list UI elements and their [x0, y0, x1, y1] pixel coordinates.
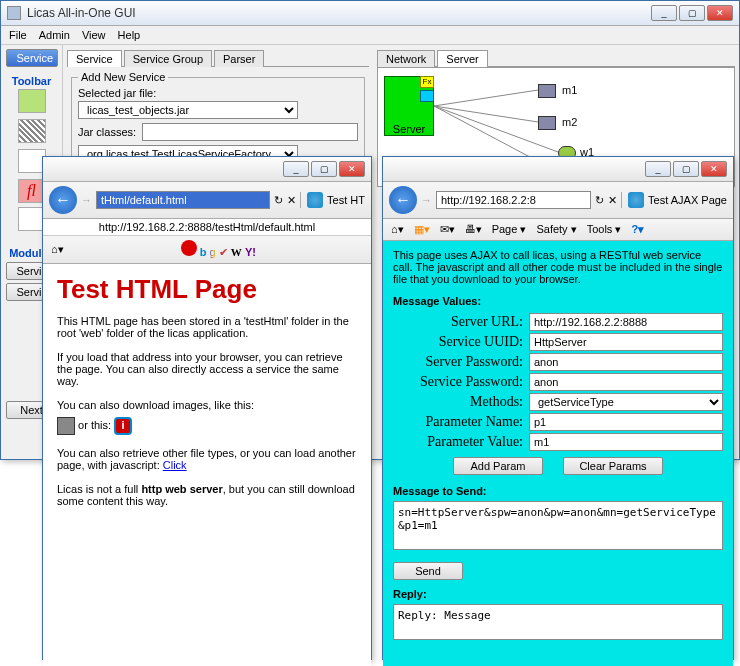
ie-logo-icon — [307, 192, 323, 208]
reply-heading: Reply: — [393, 588, 723, 600]
param-name-input[interactable] — [529, 413, 723, 431]
help-icon[interactable]: ?▾ — [631, 223, 644, 236]
toolbar-icon-1[interactable] — [18, 89, 46, 113]
paragraph-3: You can also download images, like this: — [57, 399, 357, 411]
server-url-label: Server URL: — [393, 314, 523, 330]
reply-textarea[interactable]: Reply: Message — [393, 604, 723, 640]
tab-server[interactable]: Server — [437, 50, 487, 67]
stop-icon[interactable]: ✕ — [287, 194, 296, 207]
tab-parser[interactable]: Parser — [214, 50, 264, 67]
methods-label: Methods: — [393, 394, 523, 410]
ajax-intro: This page uses AJAX to call licas, using… — [393, 249, 723, 285]
jar-file-select[interactable]: licas_test_objects.jar — [78, 101, 298, 119]
left-url-input[interactable] — [96, 191, 270, 209]
left-full-url: http://192.168.2.2:8888/testHtml/default… — [43, 219, 371, 236]
message-values-heading: Message Values: — [393, 295, 723, 307]
right-maximize-button[interactable]: ▢ — [673, 161, 699, 177]
paragraph-2: If you load that address into your brows… — [57, 351, 357, 387]
sub-node[interactable] — [420, 90, 434, 102]
menu-admin[interactable]: Admin — [39, 29, 70, 41]
left-browser-window: _ ▢ ✕ ← → ↻ ✕ Test HT http://192.168.2.2… — [42, 156, 372, 660]
paragraph-1: This HTML page has been stored in a 'tes… — [57, 315, 357, 339]
right-close-button[interactable]: ✕ — [701, 161, 727, 177]
menu-help[interactable]: Help — [118, 29, 141, 41]
forward-button[interactable]: → — [81, 194, 92, 206]
right-forward-button[interactable]: → — [421, 194, 432, 206]
tools-menu[interactable]: Tools ▾ — [587, 223, 622, 236]
svg-line-1 — [434, 106, 538, 122]
right-tab-label[interactable]: Test AJAX Page — [648, 194, 727, 206]
left-maximize-button[interactable]: ▢ — [311, 161, 337, 177]
toolbar-icon-2[interactable] — [18, 119, 46, 143]
right-url-input[interactable] — [436, 191, 591, 209]
maximize-button[interactable]: ▢ — [679, 5, 705, 21]
message-to-send-heading: Message to Send: — [393, 485, 723, 497]
server-password-input[interactable] — [529, 353, 723, 371]
message-body-textarea[interactable]: sn=HttpServer&spw=anon&pw=anon&mn=getSer… — [393, 501, 723, 550]
right-url-bar: ← → ↻ ✕ Test AJAX Page — [383, 182, 733, 219]
left-tab-label[interactable]: Test HT — [327, 194, 365, 206]
page-menu[interactable]: Page ▾ — [492, 223, 527, 236]
refresh-icon[interactable]: ↻ — [274, 194, 283, 207]
click-link[interactable]: Click — [163, 459, 187, 471]
left-url-bar: ← → ↻ ✕ Test HT — [43, 182, 371, 219]
add-service-legend: Add New Service — [78, 71, 168, 83]
tab-service[interactable]: Service — [67, 50, 122, 67]
paragraph-4: You can also retrieve other file types, … — [57, 447, 357, 471]
svg-line-0 — [434, 90, 538, 106]
jar-classes-input[interactable] — [142, 123, 358, 141]
service-password-input[interactable] — [529, 373, 723, 391]
node-m2: m2 — [562, 116, 577, 128]
minimize-button[interactable]: _ — [651, 5, 677, 21]
right-browser-window: _ ▢ ✕ ← → ↻ ✕ Test AJAX Page ⌂▾ ▦▾ ✉▾ 🖶▾… — [382, 156, 734, 660]
server-url-input[interactable] — [529, 313, 723, 331]
page-heading: Test HTML Page — [57, 274, 357, 305]
send-button[interactable]: Send — [393, 562, 463, 580]
right-browser-titlebar: _ ▢ ✕ — [383, 157, 733, 182]
check-icon[interactable]: ✔ — [219, 246, 231, 258]
sample-image-1 — [57, 417, 75, 435]
left-minimize-button[interactable]: _ — [283, 161, 309, 177]
right-minimize-button[interactable]: _ — [645, 161, 671, 177]
methods-select[interactable]: getServiceType — [529, 393, 723, 411]
jar-classes-label: Jar classes: — [78, 126, 136, 138]
param-value-input[interactable] — [529, 433, 723, 451]
param-name-label: Parameter Name: — [393, 414, 523, 430]
sample-image-2: i — [114, 417, 132, 435]
left-close-button[interactable]: ✕ — [339, 161, 365, 177]
main-title: Licas All-in-One GUI — [27, 6, 645, 20]
menu-view[interactable]: View — [82, 29, 106, 41]
main-titlebar: Licas All-in-One GUI _ ▢ ✕ — [1, 1, 739, 26]
server-password-label: Server Password: — [393, 354, 523, 370]
service-uuid-input[interactable] — [529, 333, 723, 351]
clear-params-button[interactable]: Clear Params — [563, 457, 663, 475]
right-back-button[interactable]: ← — [389, 186, 417, 214]
close-button[interactable]: ✕ — [707, 5, 733, 21]
yahoo-icon[interactable]: Y! — [245, 246, 256, 258]
tab-service-group[interactable]: Service Group — [124, 50, 212, 67]
right-refresh-icon[interactable]: ↻ — [595, 194, 604, 207]
service-tabs: Service Service Group Parser — [67, 49, 369, 67]
home-icon[interactable]: ⌂▾ — [51, 243, 64, 256]
google-icon[interactable]: g — [210, 246, 216, 258]
fx-node[interactable]: Fx — [420, 76, 434, 88]
mail-icon[interactable]: ✉▾ — [440, 223, 455, 236]
right-ie-toolbar: ⌂▾ ▦▾ ✉▾ 🖶▾ Page ▾ Safety ▾ Tools ▾ ?▾ — [383, 219, 733, 241]
safety-menu[interactable]: Safety ▾ — [536, 223, 576, 236]
right-ie-logo-icon — [628, 192, 644, 208]
right-home-icon[interactable]: ⌂▾ — [391, 223, 404, 236]
tab-network[interactable]: Network — [377, 50, 435, 67]
print-icon[interactable]: 🖶▾ — [465, 223, 482, 236]
right-stop-icon[interactable]: ✕ — [608, 194, 617, 207]
wikipedia-icon[interactable]: W — [231, 246, 242, 258]
bing-icon[interactable]: b — [200, 246, 210, 258]
back-button[interactable]: ← — [49, 186, 77, 214]
left-browser-titlebar: _ ▢ ✕ — [43, 157, 371, 182]
mcafee-icon[interactable] — [181, 240, 197, 256]
service-uuid-label: Service UUID: — [393, 334, 523, 350]
add-param-button[interactable]: Add Param — [453, 457, 543, 475]
left-page-content: Test HTML Page This HTML page has been s… — [43, 264, 371, 666]
feeds-icon[interactable]: ▦▾ — [414, 223, 430, 236]
menu-file[interactable]: File — [9, 29, 27, 41]
service-button[interactable]: Service — [6, 49, 58, 67]
